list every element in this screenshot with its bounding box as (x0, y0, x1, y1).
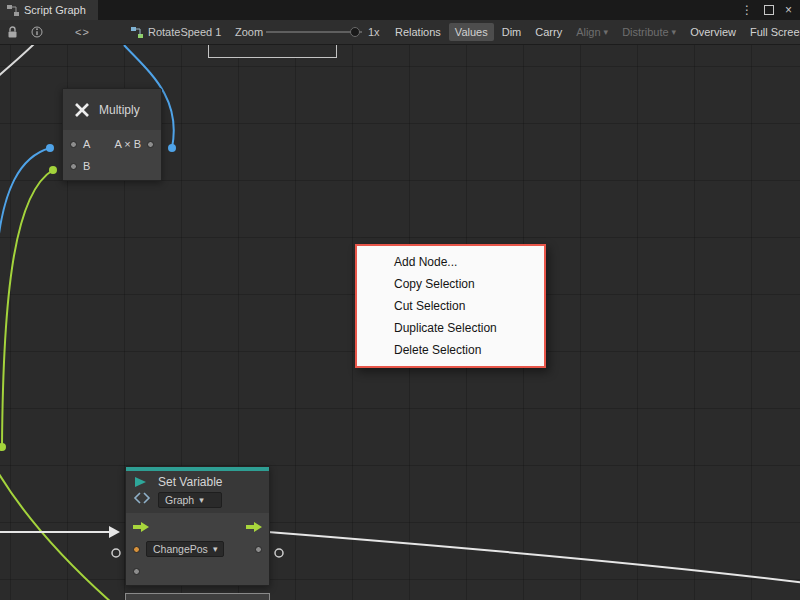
wire-endpoint-green[interactable] (49, 166, 57, 174)
wire-white-flow-out[interactable] (268, 532, 800, 583)
wire-endpoint-green[interactable] (0, 443, 6, 451)
tab-bar: Script Graph ⋮ × (0, 0, 800, 20)
wire-endpoint-blue[interactable] (46, 144, 54, 152)
zoom-slider-track[interactable] (266, 31, 362, 33)
node-section-cutoff[interactable] (125, 593, 270, 600)
zoom-slider-knob[interactable] (350, 27, 360, 37)
variable-input-port[interactable] (133, 546, 140, 553)
port-row-a: A A × B (63, 133, 161, 155)
value-port-row (126, 560, 269, 582)
graph-icon (7, 5, 19, 16)
align-button[interactable]: Align ▾ (570, 23, 614, 41)
set-variable-header[interactable]: Set Variable Graph ▾ (126, 471, 269, 513)
variable-output-port[interactable] (255, 546, 262, 553)
info-icon[interactable] (31, 26, 43, 38)
graph-reference[interactable]: RotateSpeed 1 (131, 26, 221, 38)
set-variable-body: ChangePos ▾ (126, 513, 269, 585)
wire-white-topleft[interactable] (0, 45, 36, 78)
port-out-label: A × B (114, 138, 141, 150)
carry-button[interactable]: Carry (529, 23, 568, 41)
multiply-node-title: Multiply (99, 103, 140, 117)
flow-input-port[interactable] (133, 522, 149, 532)
value-input-port[interactable] (133, 568, 140, 575)
overview-button[interactable]: Overview (684, 23, 742, 41)
set-variable-title: Set Variable (158, 475, 222, 489)
flow-output-port[interactable] (246, 522, 262, 532)
multiply-node-body: A A × B B (63, 130, 161, 180)
toolbar-buttons: Relations Values Dim Carry Align ▾ Distr… (389, 23, 800, 41)
menu-item-add-node[interactable]: Add Node... (357, 251, 544, 273)
menu-item-cut-selection[interactable]: Cut Selection (357, 295, 544, 317)
set-variable-icon (133, 475, 151, 505)
chevron-down-icon: ▾ (213, 544, 218, 554)
multiply-node-header[interactable]: Multiply (63, 89, 161, 130)
distribute-button[interactable]: Distribute ▾ (616, 23, 682, 41)
output-port[interactable] (147, 141, 154, 148)
code-view-icon[interactable]: <> (75, 26, 90, 38)
port-b-label: B (83, 160, 90, 172)
multiply-icon (72, 100, 92, 120)
wire-green-left[interactable] (2, 170, 53, 447)
graph-canvas[interactable]: Multiply A A × B B (0, 45, 800, 600)
tab-script-graph[interactable]: Script Graph (0, 0, 98, 20)
flow-port-row (126, 516, 269, 538)
zoom-slider[interactable] (266, 31, 362, 33)
graph-toolbar: <> RotateSpeed 1 Zoom 1x Relations Value… (0, 20, 800, 45)
values-button[interactable]: Values (449, 23, 494, 41)
zoom-value: 1x (368, 26, 380, 38)
variable-scope-dropdown[interactable]: Graph ▾ (158, 492, 222, 508)
selected-node-cutoff[interactable] (208, 45, 337, 58)
input-port-a[interactable] (70, 141, 77, 148)
window-controls: ⋮ × (741, 0, 800, 20)
input-port-b[interactable] (70, 163, 77, 170)
menu-item-copy-selection[interactable]: Copy Selection (357, 273, 544, 295)
window-menu-icon[interactable]: ⋮ (741, 3, 753, 17)
set-variable-node[interactable]: Set Variable Graph ▾ (125, 466, 270, 586)
port-ring-right[interactable] (275, 549, 283, 557)
full-screen-button[interactable]: Full Screen (744, 23, 800, 41)
tab-title: Script Graph (24, 4, 86, 16)
variable-port-row: ChangePos ▾ (126, 538, 269, 560)
variable-name-dropdown[interactable]: ChangePos ▾ (146, 541, 224, 557)
wire-blue-left[interactable] (0, 148, 50, 241)
chevron-down-icon: ▾ (672, 27, 677, 37)
multiply-node[interactable]: Multiply A A × B B (62, 88, 162, 181)
chevron-down-icon: ▾ (604, 27, 609, 37)
relations-button[interactable]: Relations (389, 23, 447, 41)
menu-item-duplicate-selection[interactable]: Duplicate Selection (357, 317, 544, 339)
port-ring-left[interactable] (112, 549, 120, 557)
graph-reference-label: RotateSpeed 1 (148, 26, 221, 38)
zoom-label: Zoom (235, 26, 263, 38)
chevron-down-icon: ▾ (199, 495, 204, 505)
wire-endpoint-blue[interactable] (168, 144, 176, 152)
flow-arrowhead[interactable] (109, 526, 120, 538)
context-menu: Add Node... Copy Selection Cut Selection… (355, 244, 546, 368)
lock-icon[interactable] (7, 26, 18, 39)
port-row-b: B (63, 155, 161, 177)
wire-green-bottom[interactable] (0, 469, 112, 600)
window-maximize-icon[interactable] (764, 5, 774, 15)
script-graph-asset-icon (131, 27, 143, 38)
menu-item-delete-selection[interactable]: Delete Selection (357, 339, 544, 361)
script-graph-window: Script Graph ⋮ × <> (0, 0, 800, 600)
port-a-label: A (83, 138, 90, 150)
dim-button[interactable]: Dim (496, 23, 528, 41)
window-close-icon[interactable]: × (785, 3, 792, 17)
